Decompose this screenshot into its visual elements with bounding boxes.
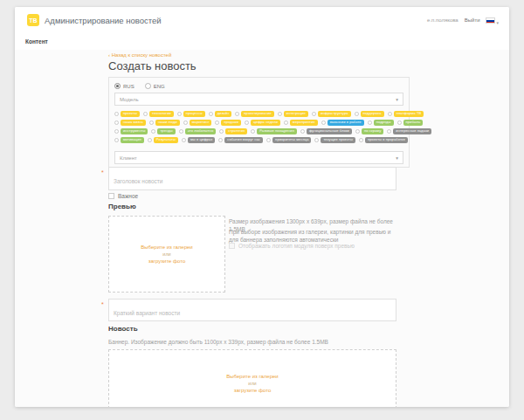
tag-chip[interactable]: продажи [221, 120, 241, 126]
tag-checkbox[interactable] [177, 112, 182, 116]
headline-input[interactable]: Заголовок новости [108, 167, 396, 190]
tag-option[interactable]: процессы [177, 111, 205, 117]
tag-option[interactable]: интеграция [278, 111, 308, 117]
tag-chip[interactable]: поддержка [361, 111, 384, 117]
tag-chip[interactable]: процессы [183, 111, 205, 117]
radio-eng[interactable]: ENG [145, 83, 165, 89]
upload-photo-link[interactable]: загрузите фото [148, 258, 186, 264]
tag-chip[interactable]: тренды [157, 128, 175, 134]
tag-checkbox[interactable] [151, 129, 155, 134]
tag-option[interactable]: инструменты [114, 128, 148, 134]
tag-chip[interactable]: события вокруг нас [224, 137, 263, 143]
preview-upload-dropzone[interactable]: Выберите из галереи или загрузите фото [108, 216, 225, 293]
tag-checkbox[interactable] [355, 112, 359, 116]
logout-link[interactable]: Выйти [465, 17, 480, 23]
tag-option[interactable]: подряды [368, 120, 394, 126]
tag-checkbox[interactable] [278, 112, 282, 116]
tag-option[interactable]: наши люди [149, 120, 180, 126]
tag-option[interactable]: текущие проекты [314, 137, 355, 143]
tag-option[interactable]: поддержка [355, 111, 384, 117]
tag-checkbox[interactable] [312, 112, 316, 116]
tag-checkbox[interactable] [300, 129, 305, 134]
tag-checkbox[interactable] [148, 138, 152, 142]
tag-checkbox[interactable] [219, 129, 224, 134]
tag-checkbox[interactable] [179, 129, 183, 134]
tag-chip[interactable]: интересные задачи [393, 128, 431, 134]
tag-option[interactable]: Результаты [148, 137, 178, 143]
tag-option[interactable]: проекты в проработке [359, 137, 408, 143]
tag-chip[interactable]: технологии [149, 111, 174, 117]
tag-option[interactable]: платформа ТВ [388, 111, 424, 117]
tag-chip[interactable]: мотивация [121, 137, 144, 143]
tag-option[interactable]: мотивация [114, 137, 144, 143]
tag-checkbox[interactable] [359, 138, 363, 142]
tag-checkbox[interactable] [215, 120, 219, 125]
tag-option[interactable]: по скраму [355, 128, 383, 134]
tag-checkbox[interactable] [387, 129, 391, 134]
language-switcher[interactable]: ▾ [486, 12, 499, 28]
radio-rus[interactable]: RUS [114, 83, 134, 89]
tag-option[interactable]: дизайн [209, 111, 232, 117]
tag-checkbox[interactable] [149, 120, 154, 125]
tag-chip[interactable]: мероприятия [290, 120, 318, 126]
tag-chip[interactable]: проекты в проработке [365, 137, 408, 143]
tag-option[interactable]: тренды [151, 128, 175, 134]
tag-chip[interactable]: наша жизнь [121, 120, 146, 126]
tag-chip[interactable]: Разовые поощрения [257, 128, 297, 134]
tag-chip[interactable]: это любопытно [185, 128, 217, 134]
tag-chip[interactable]: проектирование [241, 111, 274, 117]
tag-checkbox[interactable] [209, 112, 213, 116]
tag-chip[interactable]: наши люди [155, 120, 180, 126]
breadcrumb-back-link[interactable]: ‹ Назад к списку новостей [108, 52, 171, 58]
tag-chip[interactable]: вакансии в работе [328, 120, 364, 126]
tag-option[interactable]: мы в цифрах [182, 137, 215, 143]
gallery-select-link[interactable]: Выберите из галереи [226, 374, 278, 379]
model-select[interactable]: Модель ▾ [114, 93, 403, 106]
tag-checkbox[interactable] [114, 112, 119, 116]
tag-option[interactable]: это любопытно [179, 128, 217, 134]
tag-chip[interactable]: подряды [374, 120, 394, 126]
tag-checkbox[interactable] [314, 138, 319, 142]
tag-checkbox[interactable] [114, 138, 119, 142]
tag-option[interactable]: проекты [114, 111, 140, 117]
tag-checkbox[interactable] [114, 129, 119, 134]
tag-chip[interactable]: мы в цифрах [188, 137, 215, 143]
tag-option[interactable]: наша жизнь [114, 120, 146, 126]
tag-chip[interactable]: по скраму [362, 128, 383, 134]
short-version-input[interactable]: Краткий вариант новости [108, 299, 396, 321]
tag-option[interactable]: проектирование [235, 111, 274, 117]
tag-checkbox[interactable] [114, 120, 119, 125]
client-select[interactable]: Клиент ▾ [114, 151, 403, 164]
tag-chip[interactable]: платформа ТВ [394, 111, 424, 117]
tag-checkbox[interactable] [143, 112, 148, 116]
tag-chip[interactable]: Результаты [154, 137, 178, 143]
tag-chip[interactable]: маркетинг [190, 120, 212, 126]
tag-chip[interactable]: прибыль [403, 120, 424, 126]
tag-checkbox[interactable] [355, 129, 360, 134]
show-logo-checkbox[interactable]: Отображать логотип модуля поверх превью [229, 243, 355, 249]
tag-checkbox[interactable] [266, 138, 271, 142]
tag-chip[interactable]: стратегия [225, 128, 247, 134]
tag-checkbox[interactable] [388, 112, 392, 116]
tag-checkbox[interactable] [218, 138, 223, 142]
tag-checkbox[interactable] [235, 112, 239, 116]
tag-option[interactable]: стратегия [219, 128, 247, 134]
tag-option[interactable]: продажи [215, 120, 241, 126]
tag-checkbox[interactable] [397, 120, 402, 125]
tag-option[interactable]: функциональные блоки [300, 128, 352, 134]
tag-chip[interactable]: дизайн [215, 111, 232, 117]
tag-chip[interactable]: приоритеты месяца [272, 137, 311, 143]
tag-option[interactable]: вакансии в работе [321, 120, 364, 126]
tag-chip[interactable]: цифра недели [251, 120, 280, 126]
tag-checkbox[interactable] [368, 120, 372, 125]
tag-checkbox[interactable] [321, 120, 326, 125]
tag-option[interactable]: приоритеты месяца [266, 137, 311, 143]
tag-option[interactable]: Разовые поощрения [251, 128, 297, 134]
banner-upload-dropzone[interactable]: Выберите из галереи или загрузите фото [108, 349, 396, 407]
tag-option[interactable]: прибыль [397, 120, 424, 126]
tag-option[interactable]: инфраструктура [312, 111, 351, 117]
tag-checkbox[interactable] [284, 120, 288, 125]
nav-item-content[interactable]: Контент [25, 38, 48, 45]
tag-checkbox[interactable] [245, 120, 249, 125]
important-checkbox[interactable]: Важное [108, 193, 138, 199]
